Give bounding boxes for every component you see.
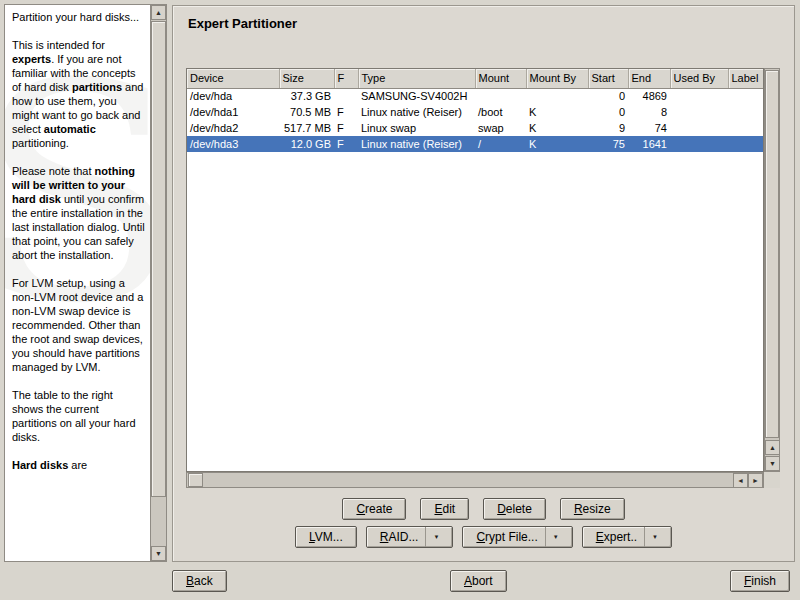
crypt-file-button[interactable]: Crypt File...▼ (462, 526, 572, 548)
button-label: Abort (464, 574, 493, 588)
column-header-used-by[interactable]: Used By (670, 69, 728, 88)
dropdown-arrow-icon: ▼ (545, 527, 559, 547)
help-paragraph: The table to the right shows the current… (12, 388, 146, 444)
partition-table-area: DeviceSizeFTypeMountMount ByStartEndUsed… (186, 68, 780, 488)
cell-device: /dev/hda1 (187, 104, 279, 120)
help-paragraph: This is intended for experts. If you are… (12, 38, 146, 150)
main-panel: Expert Partitioner DeviceSizeFTypeMountM… (172, 5, 795, 562)
column-header-start[interactable]: Start (588, 69, 628, 88)
help-paragraph: Please note that nothing will be written… (12, 164, 146, 262)
cell-label (728, 104, 763, 120)
cell-size: 12.0 GB (279, 136, 334, 152)
table-vertical-scrollbar[interactable]: ▲ ▼ (764, 68, 780, 472)
back-button[interactable]: Back (172, 570, 227, 592)
table-row-dev-hda2[interactable]: /dev/hda2517.7 MBFLinux swapswapK974 (187, 120, 763, 136)
cell-f (334, 88, 358, 104)
cell-f: F (334, 136, 358, 152)
cell-label (728, 120, 763, 136)
cell-type: Linux swap (358, 120, 475, 136)
help-scrollbar-thumb[interactable] (151, 21, 166, 497)
abort-button[interactable]: Abort (450, 570, 507, 592)
column-header-mount[interactable]: Mount (475, 69, 526, 88)
cell-type: SAMSUNG-SV4002H (358, 88, 475, 104)
cell-used-by (670, 88, 728, 104)
cell-mount-by: K (526, 136, 588, 152)
cell-type: Linux native (Reiser) (358, 104, 475, 120)
cell-size: 37.3 GB (279, 88, 334, 104)
table-horizontal-scrollbar[interactable]: ◄ ► (186, 472, 764, 488)
wizard-footer: BackAbortFinish (172, 569, 790, 592)
scroll-right-icon[interactable]: ► (748, 473, 763, 488)
lvm-button[interactable]: LVM... (295, 526, 357, 548)
table-row-dev-hda3[interactable]: /dev/hda312.0 GBFLinux native (Reiser)/K… (187, 136, 763, 152)
button-label: Delete (497, 502, 532, 516)
dropdown-arrow-icon: ▼ (644, 527, 658, 547)
partition-table: DeviceSizeFTypeMountMount ByStartEndUsed… (186, 68, 764, 472)
cell-type: Linux native (Reiser) (358, 136, 475, 152)
help-paragraph: For LVM setup, using a non-LVM root devi… (12, 276, 146, 374)
button-label: RAID... (380, 530, 419, 544)
cell-start: 0 (588, 88, 628, 104)
cell-used-by (670, 120, 728, 136)
button-label: Resize (574, 502, 611, 516)
table-header-row: DeviceSizeFTypeMountMount ByStartEndUsed… (187, 69, 763, 88)
edit-button[interactable]: Edit (420, 498, 469, 520)
cell-end: 8 (628, 104, 670, 120)
scroll-left-icon[interactable]: ◄ (733, 473, 748, 488)
cell-size: 70.5 MB (279, 104, 334, 120)
column-header-mount-by[interactable]: Mount By (526, 69, 588, 88)
cell-mount: / (475, 136, 526, 152)
table-row-dev-hda[interactable]: /dev/hda37.3 GBSAMSUNG-SV4002H04869 (187, 88, 763, 104)
vscroll-thumb[interactable] (765, 70, 779, 438)
help-paragraph: Partition your hard disks... (12, 10, 146, 24)
button-label: Finish (744, 574, 776, 588)
create-button[interactable]: Create (342, 498, 406, 520)
cell-mount: swap (475, 120, 526, 136)
cell-f: F (334, 104, 358, 120)
dropdown-arrow-icon: ▼ (425, 527, 439, 547)
column-header-size[interactable]: Size (279, 69, 334, 88)
scroll-down-icon[interactable]: ▼ (765, 456, 780, 471)
hscroll-thumb[interactable] (188, 473, 203, 487)
column-header-end[interactable]: End (628, 69, 670, 88)
button-label: Edit (434, 502, 455, 516)
button-label: LVM... (309, 530, 343, 544)
cell-label (728, 88, 763, 104)
cell-start: 75 (588, 136, 628, 152)
cell-mount (475, 88, 526, 104)
column-header-label[interactable]: Label (728, 69, 763, 88)
table-row-dev-hda1[interactable]: /dev/hda170.5 MBFLinux native (Reiser)/b… (187, 104, 763, 120)
cell-start: 9 (588, 120, 628, 136)
cell-end: 74 (628, 120, 670, 136)
button-label: Crypt File... (476, 530, 537, 544)
scroll-up-icon[interactable]: ▲ (151, 5, 166, 20)
cell-mount-by: K (526, 104, 588, 120)
column-header-device[interactable]: Device (187, 69, 279, 88)
action-button-row: CreateEditDeleteResize (173, 498, 794, 520)
help-text: Partition your hard disks...This is inte… (5, 5, 149, 561)
scrollbar-corner (764, 472, 780, 488)
raid-button[interactable]: RAID...▼ (366, 526, 454, 548)
cell-start: 0 (588, 104, 628, 120)
delete-button[interactable]: Delete (483, 498, 546, 520)
cell-device: /dev/hda (187, 88, 279, 104)
cell-f: F (334, 120, 358, 136)
cell-used-by (670, 136, 728, 152)
resize-button[interactable]: Resize (560, 498, 625, 520)
scroll-down-icon[interactable]: ▼ (151, 546, 166, 561)
cell-mount-by (526, 88, 588, 104)
expert-button[interactable]: Expert..▼ (582, 526, 672, 548)
column-header-f[interactable]: F (334, 69, 358, 88)
cell-size: 517.7 MB (279, 120, 334, 136)
button-label: Create (356, 502, 392, 516)
help-scrollbar[interactable]: ▲ ▼ (150, 5, 166, 561)
cell-label (728, 136, 763, 152)
scroll-up-icon[interactable]: ▲ (765, 440, 780, 455)
column-header-type[interactable]: Type (358, 69, 475, 88)
finish-button[interactable]: Finish (730, 570, 790, 592)
button-label: Expert.. (596, 530, 637, 544)
menu-button-row: LVM...RAID...▼Crypt File...▼Expert..▼ (173, 526, 794, 548)
button-label: Back (186, 574, 213, 588)
page-title: Expert Partitioner (188, 16, 297, 31)
expert-partitioner-window: S Partition your hard disks...This is in… (0, 0, 800, 600)
